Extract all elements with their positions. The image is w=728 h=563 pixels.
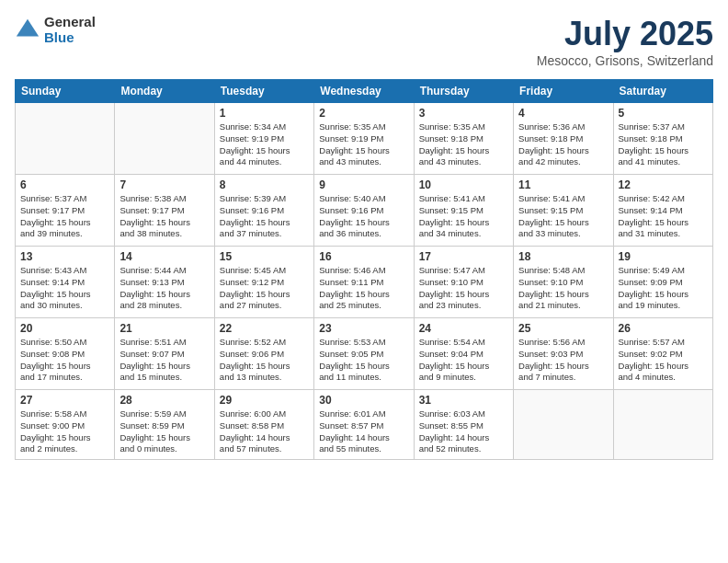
logo-icon	[15, 17, 40, 43]
day-number: 11	[518, 178, 608, 191]
day-number: 17	[419, 250, 508, 263]
day-number: 18	[518, 250, 608, 263]
calendar-cell: 22Sunrise: 5:52 AM Sunset: 9:06 PM Dayli…	[214, 318, 313, 390]
day-content: Sunrise: 5:51 AM Sunset: 9:07 PM Dayligh…	[119, 337, 209, 384]
day-number: 25	[518, 322, 608, 335]
day-number: 28	[119, 394, 209, 407]
calendar-cell: 3Sunrise: 5:35 AM Sunset: 9:18 PM Daylig…	[414, 103, 513, 175]
day-content: Sunrise: 5:35 AM Sunset: 9:19 PM Dayligh…	[319, 121, 408, 168]
calendar-cell: 23Sunrise: 5:53 AM Sunset: 9:05 PM Dayli…	[314, 318, 414, 390]
calendar-cell: 20Sunrise: 5:50 AM Sunset: 9:08 PM Dayli…	[16, 318, 115, 390]
day-content: Sunrise: 5:48 AM Sunset: 9:10 PM Dayligh…	[518, 265, 608, 312]
day-content: Sunrise: 5:38 AM Sunset: 9:17 PM Dayligh…	[119, 193, 209, 240]
week-row: 6Sunrise: 5:37 AM Sunset: 9:17 PM Daylig…	[16, 175, 713, 247]
day-content: Sunrise: 5:41 AM Sunset: 9:15 PM Dayligh…	[419, 193, 508, 240]
day-number: 26	[619, 322, 708, 335]
calendar-cell: 4Sunrise: 5:36 AM Sunset: 9:18 PM Daylig…	[514, 103, 613, 175]
calendar-cell: 31Sunrise: 6:03 AM Sunset: 8:55 PM Dayli…	[414, 390, 513, 460]
calendar-cell	[613, 390, 712, 460]
day-number: 1	[220, 107, 309, 120]
title-block: July 2025 Mesocco, Grisons, Switzerland	[537, 15, 713, 68]
day-content: Sunrise: 5:57 AM Sunset: 9:02 PM Dayligh…	[619, 337, 708, 384]
day-number: 7	[119, 178, 209, 191]
day-content: Sunrise: 6:00 AM Sunset: 8:58 PM Dayligh…	[220, 408, 309, 455]
calendar-cell: 30Sunrise: 6:01 AM Sunset: 8:57 PM Dayli…	[314, 390, 414, 460]
day-content: Sunrise: 5:34 AM Sunset: 9:19 PM Dayligh…	[220, 121, 309, 168]
day-content: Sunrise: 5:56 AM Sunset: 9:03 PM Dayligh…	[518, 337, 608, 384]
day-number: 27	[20, 394, 109, 407]
location: Mesocco, Grisons, Switzerland	[537, 53, 713, 68]
calendar-cell: 11Sunrise: 5:41 AM Sunset: 9:15 PM Dayli…	[514, 175, 613, 247]
calendar-cell: 27Sunrise: 5:58 AM Sunset: 9:00 PM Dayli…	[16, 390, 115, 460]
calendar-cell: 15Sunrise: 5:45 AM Sunset: 9:12 PM Dayli…	[214, 247, 313, 318]
day-number: 15	[220, 250, 309, 263]
day-number: 2	[319, 107, 408, 120]
calendar-cell	[514, 390, 613, 460]
day-content: Sunrise: 5:46 AM Sunset: 9:11 PM Dayligh…	[319, 265, 408, 312]
calendar-cell: 2Sunrise: 5:35 AM Sunset: 9:19 PM Daylig…	[314, 103, 414, 175]
weekday-header: Friday	[514, 80, 613, 103]
day-content: Sunrise: 5:58 AM Sunset: 9:00 PM Dayligh…	[20, 408, 109, 455]
day-number: 5	[619, 107, 708, 120]
weekday-header: Sunday	[16, 80, 115, 103]
weekday-header: Monday	[115, 80, 214, 103]
calendar-cell: 1Sunrise: 5:34 AM Sunset: 9:19 PM Daylig…	[214, 103, 313, 175]
day-content: Sunrise: 5:49 AM Sunset: 9:09 PM Dayligh…	[619, 265, 708, 312]
calendar-table: SundayMondayTuesdayWednesdayThursdayFrid…	[15, 79, 713, 460]
day-number: 13	[20, 250, 109, 263]
day-content: Sunrise: 5:40 AM Sunset: 9:16 PM Dayligh…	[319, 193, 408, 240]
day-number: 19	[619, 250, 708, 263]
svg-marker-0	[17, 18, 39, 36]
calendar-cell: 26Sunrise: 5:57 AM Sunset: 9:02 PM Dayli…	[613, 318, 712, 390]
calendar-cell: 25Sunrise: 5:56 AM Sunset: 9:03 PM Dayli…	[514, 318, 613, 390]
day-content: Sunrise: 6:01 AM Sunset: 8:57 PM Dayligh…	[319, 408, 408, 455]
day-number: 20	[20, 322, 109, 335]
day-content: Sunrise: 5:42 AM Sunset: 9:14 PM Dayligh…	[619, 193, 708, 240]
day-number: 10	[419, 178, 508, 191]
day-content: Sunrise: 5:53 AM Sunset: 9:05 PM Dayligh…	[319, 337, 408, 384]
day-number: 23	[319, 322, 408, 335]
day-content: Sunrise: 5:36 AM Sunset: 9:18 PM Dayligh…	[518, 121, 608, 168]
weekday-header: Thursday	[414, 80, 513, 103]
day-number: 12	[619, 178, 708, 191]
day-number: 29	[220, 394, 309, 407]
calendar-cell	[16, 103, 115, 175]
day-number: 4	[518, 107, 608, 120]
calendar-cell: 21Sunrise: 5:51 AM Sunset: 9:07 PM Dayli…	[115, 318, 214, 390]
weekday-header: Saturday	[613, 80, 712, 103]
day-content: Sunrise: 5:52 AM Sunset: 9:06 PM Dayligh…	[220, 337, 309, 384]
logo-general: General	[44, 15, 96, 30]
day-content: Sunrise: 6:03 AM Sunset: 8:55 PM Dayligh…	[419, 408, 508, 455]
month-title: July 2025	[537, 15, 713, 53]
calendar-cell: 6Sunrise: 5:37 AM Sunset: 9:17 PM Daylig…	[16, 175, 115, 247]
day-number: 16	[319, 250, 408, 263]
logo: General Blue	[15, 15, 96, 45]
calendar-cell: 14Sunrise: 5:44 AM Sunset: 9:13 PM Dayli…	[115, 247, 214, 318]
day-content: Sunrise: 5:37 AM Sunset: 9:17 PM Dayligh…	[20, 193, 109, 240]
day-number: 24	[419, 322, 508, 335]
day-content: Sunrise: 5:45 AM Sunset: 9:12 PM Dayligh…	[220, 265, 309, 312]
day-content: Sunrise: 5:44 AM Sunset: 9:13 PM Dayligh…	[119, 265, 209, 312]
week-row: 20Sunrise: 5:50 AM Sunset: 9:08 PM Dayli…	[16, 318, 713, 390]
logo-blue: Blue	[44, 30, 96, 46]
day-content: Sunrise: 5:37 AM Sunset: 9:18 PM Dayligh…	[619, 121, 708, 168]
weekday-header: Wednesday	[314, 80, 414, 103]
day-number: 30	[319, 394, 408, 407]
day-content: Sunrise: 5:54 AM Sunset: 9:04 PM Dayligh…	[419, 337, 508, 384]
calendar-cell: 8Sunrise: 5:39 AM Sunset: 9:16 PM Daylig…	[214, 175, 313, 247]
calendar-cell: 13Sunrise: 5:43 AM Sunset: 9:14 PM Dayli…	[16, 247, 115, 318]
day-content: Sunrise: 5:43 AM Sunset: 9:14 PM Dayligh…	[20, 265, 109, 312]
day-number: 22	[220, 322, 309, 335]
weekday-header: Tuesday	[214, 80, 313, 103]
calendar-cell: 5Sunrise: 5:37 AM Sunset: 9:18 PM Daylig…	[613, 103, 712, 175]
day-number: 21	[119, 322, 209, 335]
logo-text: General Blue	[44, 15, 96, 45]
calendar-cell: 18Sunrise: 5:48 AM Sunset: 9:10 PM Dayli…	[514, 247, 613, 318]
week-row: 13Sunrise: 5:43 AM Sunset: 9:14 PM Dayli…	[16, 247, 713, 318]
day-content: Sunrise: 5:59 AM Sunset: 8:59 PM Dayligh…	[119, 408, 209, 455]
day-content: Sunrise: 5:39 AM Sunset: 9:16 PM Dayligh…	[220, 193, 309, 240]
day-number: 6	[20, 178, 109, 191]
calendar-cell: 7Sunrise: 5:38 AM Sunset: 9:17 PM Daylig…	[115, 175, 214, 247]
page-header: General Blue July 2025 Mesocco, Grisons,…	[15, 15, 713, 68]
calendar-cell: 16Sunrise: 5:46 AM Sunset: 9:11 PM Dayli…	[314, 247, 414, 318]
